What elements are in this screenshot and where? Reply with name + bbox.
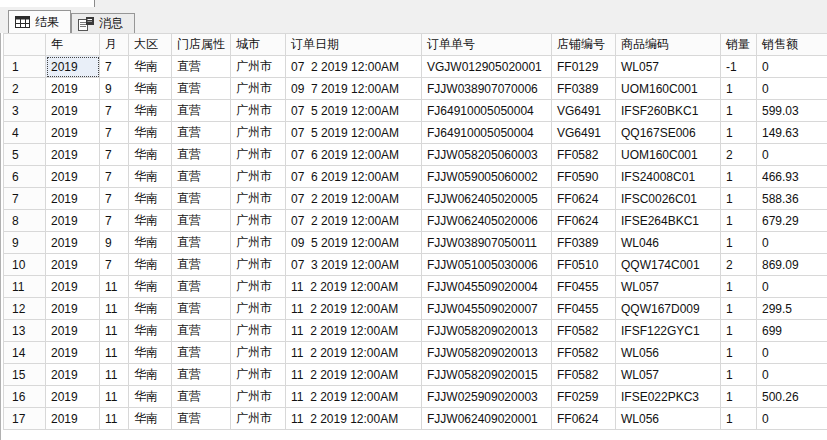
cell[interactable]: 广州市	[231, 276, 286, 298]
cell[interactable]: 华南	[129, 100, 172, 122]
cell[interactable]: 588.36	[757, 188, 827, 210]
cell[interactable]: FF0389	[552, 78, 616, 100]
cell[interactable]: 直营	[172, 100, 231, 122]
cell[interactable]: 2019	[46, 144, 100, 166]
cell[interactable]: 广州市	[231, 364, 286, 386]
cell[interactable]: WL046	[616, 232, 721, 254]
cell[interactable]: 2019	[46, 210, 100, 232]
cell[interactable]: FJ64910005050004	[422, 122, 552, 144]
cell[interactable]: FJJW038907070006	[422, 78, 552, 100]
cell[interactable]: 07 5 2019 12:00AM	[286, 100, 422, 122]
cell[interactable]: VG6491	[552, 100, 616, 122]
cell[interactable]: 0	[757, 232, 827, 254]
cell[interactable]: FJJW059005060002	[422, 166, 552, 188]
cell[interactable]: FJJW062405020005	[422, 188, 552, 210]
cell[interactable]: 7	[100, 56, 129, 78]
cell[interactable]: 0	[757, 56, 827, 78]
cell[interactable]: FF0259	[552, 386, 616, 408]
row-number[interactable]: 15	[4, 364, 46, 386]
cell[interactable]: 直营	[172, 342, 231, 364]
cell[interactable]: VG6491	[552, 122, 616, 144]
cell[interactable]: 149.63	[757, 122, 827, 144]
cell[interactable]: 1	[721, 166, 757, 188]
cell[interactable]: FF0582	[552, 144, 616, 166]
cell[interactable]: 华南	[129, 298, 172, 320]
cell[interactable]: 直营	[172, 320, 231, 342]
cell[interactable]: 1	[721, 188, 757, 210]
row-number[interactable]: 17	[4, 408, 46, 430]
cell[interactable]: 直营	[172, 56, 231, 78]
cell[interactable]: FJJW058209020013	[422, 342, 552, 364]
cell[interactable]: 华南	[129, 232, 172, 254]
cell[interactable]: 直营	[172, 254, 231, 276]
cell[interactable]: 2019	[46, 100, 100, 122]
cell[interactable]: 1	[721, 364, 757, 386]
column-header-订单单号[interactable]: 订单单号	[422, 34, 552, 56]
column-header-年[interactable]: 年	[46, 34, 100, 56]
cell[interactable]: 广州市	[231, 122, 286, 144]
cell[interactable]: 1	[721, 342, 757, 364]
column-header-城市[interactable]: 城市	[231, 34, 286, 56]
row-number[interactable]: 2	[4, 78, 46, 100]
column-header-商品编码[interactable]: 商品编码	[616, 34, 721, 56]
cell[interactable]: 0	[757, 144, 827, 166]
cell[interactable]: 华南	[129, 144, 172, 166]
cell[interactable]: 2019	[46, 320, 100, 342]
cell[interactable]: 广州市	[231, 188, 286, 210]
cell[interactable]: 0	[757, 342, 827, 364]
cell[interactable]: 直营	[172, 210, 231, 232]
cell[interactable]: IFSF122GYC1	[616, 320, 721, 342]
cell[interactable]: WL057	[616, 276, 721, 298]
cell[interactable]: 广州市	[231, 232, 286, 254]
cell[interactable]: 直营	[172, 386, 231, 408]
column-header-销售额[interactable]: 销售额	[757, 34, 827, 56]
cell[interactable]: FF0389	[552, 232, 616, 254]
cell[interactable]: 2019	[46, 276, 100, 298]
cell[interactable]: 7	[100, 254, 129, 276]
cell[interactable]: 7	[100, 122, 129, 144]
cell[interactable]: FF0582	[552, 320, 616, 342]
cell[interactable]: 7	[100, 100, 129, 122]
cell[interactable]: 7	[100, 166, 129, 188]
cell[interactable]: 466.93	[757, 166, 827, 188]
cell[interactable]: 11	[100, 342, 129, 364]
cell[interactable]: IFSF260BKC1	[616, 100, 721, 122]
cell[interactable]: 华南	[129, 254, 172, 276]
cell[interactable]: IFSE022PKC3	[616, 386, 721, 408]
cell[interactable]: 广州市	[231, 210, 286, 232]
cell[interactable]: 07 6 2019 12:00AM	[286, 144, 422, 166]
row-number[interactable]: 10	[4, 254, 46, 276]
column-header-月[interactable]: 月	[100, 34, 129, 56]
cell[interactable]: QQ167SE006	[616, 122, 721, 144]
row-number[interactable]: 7	[4, 188, 46, 210]
cell[interactable]: 11 2 2019 12:00AM	[286, 408, 422, 430]
row-number[interactable]: 14	[4, 342, 46, 364]
cell[interactable]: 599.03	[757, 100, 827, 122]
cell[interactable]: 广州市	[231, 100, 286, 122]
cell[interactable]: 华南	[129, 210, 172, 232]
cell[interactable]: 1	[721, 122, 757, 144]
cell[interactable]: 11 2 2019 12:00AM	[286, 342, 422, 364]
cell[interactable]: 华南	[129, 386, 172, 408]
cell[interactable]: 直营	[172, 122, 231, 144]
column-header-大区[interactable]: 大区	[129, 34, 172, 56]
cell[interactable]: FJJW058209020013	[422, 320, 552, 342]
cell[interactable]: UOM160C001	[616, 78, 721, 100]
cell[interactable]: 华南	[129, 166, 172, 188]
cell[interactable]: FF0590	[552, 166, 616, 188]
tab-messages[interactable]: 消息	[71, 13, 135, 33]
cell[interactable]: 11	[100, 364, 129, 386]
cell[interactable]: 1	[721, 100, 757, 122]
cell[interactable]: 2019	[46, 364, 100, 386]
row-number[interactable]: 11	[4, 276, 46, 298]
cell[interactable]: 07 2 2019 12:00AM	[286, 210, 422, 232]
cell[interactable]: FF0624	[552, 408, 616, 430]
cell[interactable]: IFSC0026C01	[616, 188, 721, 210]
cell[interactable]: 11 2 2019 12:00AM	[286, 320, 422, 342]
tab-results[interactable]: 结果	[8, 10, 71, 33]
cell[interactable]: 1	[721, 386, 757, 408]
cell[interactable]: 11	[100, 276, 129, 298]
results-table[interactable]: 年月大区门店属性城市订单日期订单单号店铺编号商品编码销量销售额 120197华南…	[3, 33, 827, 430]
cell[interactable]: 华南	[129, 364, 172, 386]
cell[interactable]: FF0455	[552, 298, 616, 320]
